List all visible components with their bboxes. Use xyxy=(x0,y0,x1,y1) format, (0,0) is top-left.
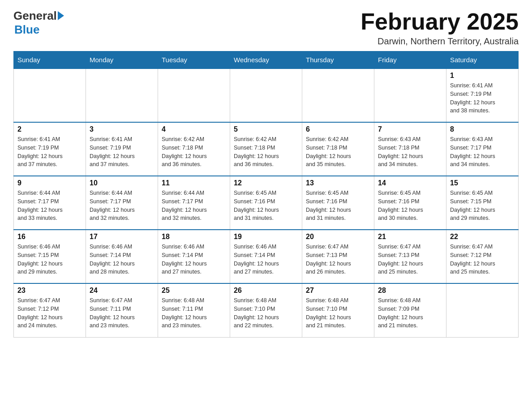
calendar-cell: 12Sunrise: 6:45 AMSunset: 7:16 PMDayligh… xyxy=(230,176,302,230)
calendar-week-row: 2Sunrise: 6:41 AMSunset: 7:19 PMDaylight… xyxy=(14,122,519,176)
day-number: 19 xyxy=(234,233,298,241)
day-info: Sunrise: 6:45 AMSunset: 7:16 PMDaylight:… xyxy=(378,189,442,223)
day-info: Sunrise: 6:42 AMSunset: 7:18 PMDaylight:… xyxy=(306,135,370,169)
calendar-week-row: 16Sunrise: 6:46 AMSunset: 7:15 PMDayligh… xyxy=(14,230,519,283)
calendar-cell: 23Sunrise: 6:47 AMSunset: 7:12 PMDayligh… xyxy=(14,283,86,337)
day-info: Sunrise: 6:42 AMSunset: 7:18 PMDaylight:… xyxy=(234,135,298,169)
calendar-cell: 5Sunrise: 6:42 AMSunset: 7:18 PMDaylight… xyxy=(230,122,302,176)
logo: General Blue xyxy=(13,9,64,37)
day-number: 4 xyxy=(162,125,226,133)
day-info: Sunrise: 6:42 AMSunset: 7:18 PMDaylight:… xyxy=(162,135,226,169)
day-info: Sunrise: 6:47 AMSunset: 7:13 PMDaylight:… xyxy=(378,243,442,276)
calendar-cell: 27Sunrise: 6:48 AMSunset: 7:10 PMDayligh… xyxy=(302,283,374,337)
calendar-cell: 19Sunrise: 6:46 AMSunset: 7:14 PMDayligh… xyxy=(230,230,302,283)
weekday-header-friday: Friday xyxy=(374,51,446,69)
day-number: 9 xyxy=(17,179,82,187)
calendar-cell: 28Sunrise: 6:48 AMSunset: 7:09 PMDayligh… xyxy=(374,283,446,337)
day-info: Sunrise: 6:41 AMSunset: 7:19 PMDaylight:… xyxy=(90,135,154,169)
day-number: 17 xyxy=(90,233,154,241)
calendar-week-row: 1Sunrise: 6:41 AMSunset: 7:19 PMDaylight… xyxy=(14,68,519,122)
calendar-cell: 11Sunrise: 6:44 AMSunset: 7:17 PMDayligh… xyxy=(158,176,230,230)
calendar-cell xyxy=(446,283,519,337)
day-info: Sunrise: 6:45 AMSunset: 7:15 PMDaylight:… xyxy=(450,189,515,223)
logo-blue-text: Blue xyxy=(14,23,39,37)
calendar-cell: 17Sunrise: 6:46 AMSunset: 7:14 PMDayligh… xyxy=(86,230,158,283)
calendar-cell: 6Sunrise: 6:42 AMSunset: 7:18 PMDaylight… xyxy=(302,122,374,176)
day-number: 22 xyxy=(450,233,515,241)
calendar-cell xyxy=(230,68,302,122)
day-number: 11 xyxy=(162,179,226,187)
calendar-cell: 18Sunrise: 6:46 AMSunset: 7:14 PMDayligh… xyxy=(158,230,230,283)
day-number: 6 xyxy=(306,125,370,133)
day-info: Sunrise: 6:46 AMSunset: 7:14 PMDaylight:… xyxy=(234,243,298,276)
day-info: Sunrise: 6:46 AMSunset: 7:14 PMDaylight:… xyxy=(90,243,154,276)
calendar-cell: 24Sunrise: 6:47 AMSunset: 7:11 PMDayligh… xyxy=(86,283,158,337)
day-number: 14 xyxy=(378,179,442,187)
weekday-header-wednesday: Wednesday xyxy=(230,51,302,69)
weekday-header-saturday: Saturday xyxy=(446,51,519,69)
calendar-cell: 26Sunrise: 6:48 AMSunset: 7:10 PMDayligh… xyxy=(230,283,302,337)
day-info: Sunrise: 6:41 AMSunset: 7:19 PMDaylight:… xyxy=(450,81,515,115)
calendar-cell: 3Sunrise: 6:41 AMSunset: 7:19 PMDaylight… xyxy=(86,122,158,176)
day-info: Sunrise: 6:47 AMSunset: 7:13 PMDaylight:… xyxy=(306,243,370,276)
day-info: Sunrise: 6:48 AMSunset: 7:11 PMDaylight:… xyxy=(162,296,226,330)
day-info: Sunrise: 6:43 AMSunset: 7:17 PMDaylight:… xyxy=(450,135,515,169)
title-block: February 2025 Darwin, Northern Territory… xyxy=(360,9,519,47)
calendar-header-row: SundayMondayTuesdayWednesdayThursdayFrid… xyxy=(14,51,519,69)
calendar-cell xyxy=(14,68,86,122)
month-title: February 2025 xyxy=(360,9,519,34)
day-info: Sunrise: 6:48 AMSunset: 7:10 PMDaylight:… xyxy=(234,296,298,330)
day-info: Sunrise: 6:41 AMSunset: 7:19 PMDaylight:… xyxy=(17,135,82,169)
day-number: 10 xyxy=(90,179,154,187)
weekday-header-sunday: Sunday xyxy=(14,51,86,69)
calendar-table: SundayMondayTuesdayWednesdayThursdayFrid… xyxy=(13,51,519,338)
calendar-cell: 14Sunrise: 6:45 AMSunset: 7:16 PMDayligh… xyxy=(374,176,446,230)
calendar-cell xyxy=(158,68,230,122)
day-number: 23 xyxy=(17,287,82,295)
calendar-cell xyxy=(86,68,158,122)
day-number: 26 xyxy=(234,287,298,295)
calendar-cell: 16Sunrise: 6:46 AMSunset: 7:15 PMDayligh… xyxy=(14,230,86,283)
day-info: Sunrise: 6:44 AMSunset: 7:17 PMDaylight:… xyxy=(162,189,226,223)
calendar-cell: 13Sunrise: 6:45 AMSunset: 7:16 PMDayligh… xyxy=(302,176,374,230)
day-number: 2 xyxy=(17,125,82,133)
weekday-header-tuesday: Tuesday xyxy=(158,51,230,69)
day-info: Sunrise: 6:44 AMSunset: 7:17 PMDaylight:… xyxy=(90,189,154,223)
day-info: Sunrise: 6:44 AMSunset: 7:17 PMDaylight:… xyxy=(17,189,82,223)
day-number: 12 xyxy=(234,179,298,187)
page-header: General Blue February 2025 Darwin, North… xyxy=(13,9,519,47)
logo-general-text: General xyxy=(13,9,57,23)
day-number: 21 xyxy=(378,233,442,241)
day-info: Sunrise: 6:47 AMSunset: 7:11 PMDaylight:… xyxy=(90,296,154,330)
day-number: 13 xyxy=(306,179,370,187)
day-number: 1 xyxy=(450,72,515,80)
day-number: 20 xyxy=(306,233,370,241)
calendar-cell: 7Sunrise: 6:43 AMSunset: 7:18 PMDaylight… xyxy=(374,122,446,176)
weekday-header-monday: Monday xyxy=(86,51,158,69)
day-number: 27 xyxy=(306,287,370,295)
day-number: 3 xyxy=(90,125,154,133)
day-info: Sunrise: 6:47 AMSunset: 7:12 PMDaylight:… xyxy=(450,243,515,276)
calendar-cell: 10Sunrise: 6:44 AMSunset: 7:17 PMDayligh… xyxy=(86,176,158,230)
day-info: Sunrise: 6:47 AMSunset: 7:12 PMDaylight:… xyxy=(17,296,82,330)
calendar-cell: 21Sunrise: 6:47 AMSunset: 7:13 PMDayligh… xyxy=(374,230,446,283)
day-number: 15 xyxy=(450,179,515,187)
day-number: 25 xyxy=(162,287,226,295)
calendar-cell: 4Sunrise: 6:42 AMSunset: 7:18 PMDaylight… xyxy=(158,122,230,176)
day-number: 5 xyxy=(234,125,298,133)
day-number: 28 xyxy=(378,287,442,295)
day-number: 24 xyxy=(90,287,154,295)
day-info: Sunrise: 6:45 AMSunset: 7:16 PMDaylight:… xyxy=(234,189,298,223)
calendar-cell xyxy=(302,68,374,122)
location-subtitle: Darwin, Northern Territory, Australia xyxy=(360,36,519,47)
logo-arrow-icon xyxy=(58,11,64,20)
calendar-week-row: 23Sunrise: 6:47 AMSunset: 7:12 PMDayligh… xyxy=(14,283,519,337)
day-info: Sunrise: 6:46 AMSunset: 7:15 PMDaylight:… xyxy=(17,243,82,276)
day-number: 16 xyxy=(17,233,82,241)
day-info: Sunrise: 6:45 AMSunset: 7:16 PMDaylight:… xyxy=(306,189,370,223)
calendar-week-row: 9Sunrise: 6:44 AMSunset: 7:17 PMDaylight… xyxy=(14,176,519,230)
day-info: Sunrise: 6:48 AMSunset: 7:09 PMDaylight:… xyxy=(378,296,442,330)
day-info: Sunrise: 6:43 AMSunset: 7:18 PMDaylight:… xyxy=(378,135,442,169)
day-info: Sunrise: 6:48 AMSunset: 7:10 PMDaylight:… xyxy=(306,296,370,330)
calendar-cell: 8Sunrise: 6:43 AMSunset: 7:17 PMDaylight… xyxy=(446,122,519,176)
